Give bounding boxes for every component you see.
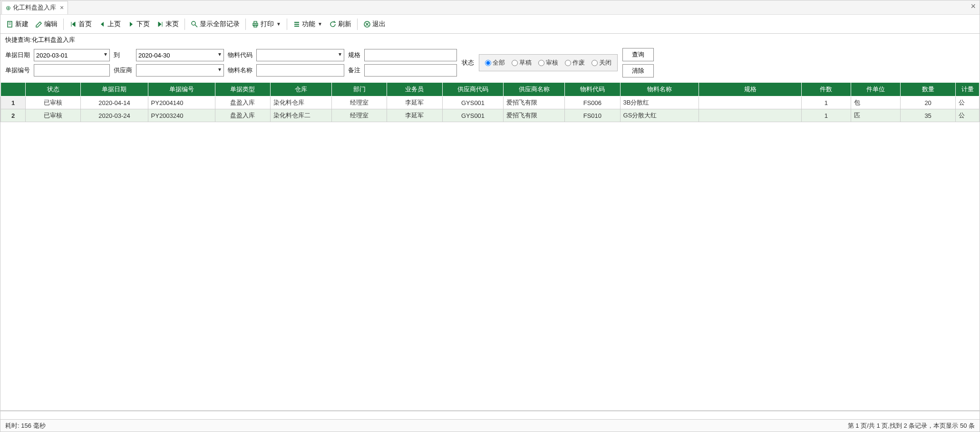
- horizontal-scrollbar[interactable]: [0, 411, 980, 419]
- col-supplier-code[interactable]: 供应商代码: [442, 83, 504, 96]
- status-radio-group: 全部 草稿 审核 作废 关闭: [479, 54, 618, 71]
- label-supplier: 供应商: [114, 66, 132, 75]
- toolbar-separator: [357, 19, 358, 30]
- cell-doc-type: 盘盈入库: [215, 109, 270, 122]
- label-status: 状态: [462, 58, 474, 67]
- svg-point-3: [192, 21, 195, 25]
- remark-input[interactable]: [364, 64, 457, 77]
- next-page-button[interactable]: 下页: [125, 18, 153, 30]
- material-code-input[interactable]: [256, 49, 344, 61]
- col-piece-unit[interactable]: 件单位: [851, 83, 900, 96]
- radio-closed[interactable]: 关闭: [592, 58, 611, 67]
- radio-all[interactable]: 全部: [485, 58, 505, 67]
- chevron-down-icon: ▼: [276, 21, 281, 27]
- radio-void[interactable]: 作废: [565, 58, 585, 67]
- tab-active[interactable]: ⊕ 化工料盘盈入库 ×: [1, 1, 68, 14]
- col-supplier-name[interactable]: 供应商名称: [504, 83, 565, 96]
- cell-material-name: 3B分散红: [620, 96, 699, 109]
- refresh-button[interactable]: 刷新: [326, 18, 354, 30]
- exit-label: 退出: [372, 20, 386, 29]
- cell-doc-no: PY2003240: [148, 109, 215, 122]
- col-unit[interactable]: 计量: [956, 83, 980, 96]
- cell-spec: [699, 109, 801, 122]
- cell-supplier-code: GYS001: [442, 109, 504, 122]
- table-row[interactable]: 2已审核2020-03-24PY2003240盘盈入库染化料仓库二经理室李延军G…: [1, 109, 980, 122]
- last-label: 末页: [165, 20, 179, 29]
- show-all-button[interactable]: 显示全部记录: [188, 18, 243, 30]
- clear-button[interactable]: 清除: [622, 64, 654, 77]
- material-name-input[interactable]: [256, 64, 344, 77]
- col-clerk[interactable]: 业务员: [387, 83, 442, 96]
- edit-button[interactable]: 编辑: [32, 18, 60, 30]
- list-icon: [293, 20, 301, 28]
- print-icon: [252, 20, 259, 28]
- refresh-icon: [329, 20, 337, 28]
- date-from-input[interactable]: [34, 49, 110, 61]
- cell-qty: 35: [900, 109, 955, 122]
- table-header-row: 状态 单据日期 单据编号 单据类型 仓库 部门 业务员 供应商代码 供应商名称 …: [1, 83, 980, 96]
- date-to-input[interactable]: [136, 49, 224, 61]
- row-number: 1: [1, 96, 26, 109]
- close-icon[interactable]: ×: [60, 4, 64, 11]
- col-dept[interactable]: 部门: [331, 83, 387, 96]
- cell-supplier-name: 爱招飞有限: [504, 96, 565, 109]
- search-button[interactable]: 查询: [622, 48, 654, 61]
- label-material-name: 物料名称: [228, 66, 252, 75]
- query-title: 快捷查询:化工料盘盈入库: [0, 34, 980, 46]
- label-spec: 规格: [348, 51, 360, 59]
- label-material-code: 物料代码: [228, 51, 252, 59]
- cell-unit: 公: [956, 96, 980, 109]
- new-button[interactable]: 新建: [3, 18, 31, 30]
- cell-status: 已审核: [26, 96, 81, 109]
- cell-clerk: 李延军: [387, 96, 442, 109]
- spec-input[interactable]: [364, 49, 457, 61]
- col-material-code[interactable]: 物料代码: [565, 83, 620, 96]
- next-label: 下页: [136, 20, 150, 29]
- exit-icon: [363, 20, 371, 28]
- col-doc-no[interactable]: 单据编号: [148, 83, 215, 96]
- tab-title: 化工料盘盈入库: [13, 3, 56, 12]
- window-close-icon[interactable]: ×: [970, 1, 976, 11]
- toolbar-separator: [184, 19, 185, 30]
- edit-icon: [35, 20, 43, 28]
- doc-no-input[interactable]: [34, 64, 110, 77]
- cell-supplier-name: 爱招飞有限: [504, 109, 565, 122]
- row-number: 2: [1, 109, 26, 122]
- tab-bar: ⊕ 化工料盘盈入库 × ×: [0, 0, 980, 15]
- col-warehouse[interactable]: 仓库: [271, 83, 332, 96]
- col-status[interactable]: 状态: [26, 83, 81, 96]
- last-icon: [156, 20, 164, 28]
- first-page-button[interactable]: 首页: [67, 18, 95, 30]
- col-rownum[interactable]: [1, 83, 26, 96]
- label-doc-no: 单据编号: [5, 66, 30, 75]
- edit-label: 编辑: [44, 20, 58, 29]
- cell-material-code: FS010: [565, 109, 620, 122]
- toolbar-separator: [287, 19, 287, 30]
- prev-icon: [98, 20, 106, 28]
- exit-button[interactable]: 退出: [360, 18, 388, 30]
- cell-spec: [699, 96, 801, 109]
- radio-approved[interactable]: 审核: [538, 58, 558, 67]
- col-spec[interactable]: 规格: [699, 83, 801, 96]
- cell-warehouse: 染化料仓库: [271, 96, 332, 109]
- cell-status: 已审核: [26, 109, 81, 122]
- new-label: 新建: [15, 20, 29, 29]
- prev-page-button[interactable]: 上页: [96, 18, 124, 30]
- radio-draft[interactable]: 草稿: [512, 58, 532, 67]
- globe-icon: ⊕: [6, 4, 11, 11]
- col-doc-type[interactable]: 单据类型: [215, 83, 270, 96]
- cell-doc-no: PY2004140: [148, 96, 215, 109]
- table-row[interactable]: 1已审核2020-04-14PY2004140盘盈入库染化料仓库经理室李延军GY…: [1, 96, 980, 109]
- function-button[interactable]: 功能 ▼: [290, 18, 325, 30]
- first-label: 首页: [78, 20, 92, 29]
- col-material-name[interactable]: 物料名称: [620, 83, 699, 96]
- col-pieces[interactable]: 件数: [801, 83, 851, 96]
- cell-dept: 经理室: [331, 96, 387, 109]
- last-page-button[interactable]: 末页: [154, 18, 182, 30]
- supplier-input[interactable]: [136, 64, 224, 77]
- cell-qty: 20: [900, 96, 955, 109]
- cell-pieces: 1: [801, 109, 851, 122]
- col-doc-date[interactable]: 单据日期: [81, 83, 148, 96]
- print-button[interactable]: 打印 ▼: [249, 18, 284, 30]
- col-qty[interactable]: 数量: [900, 83, 955, 96]
